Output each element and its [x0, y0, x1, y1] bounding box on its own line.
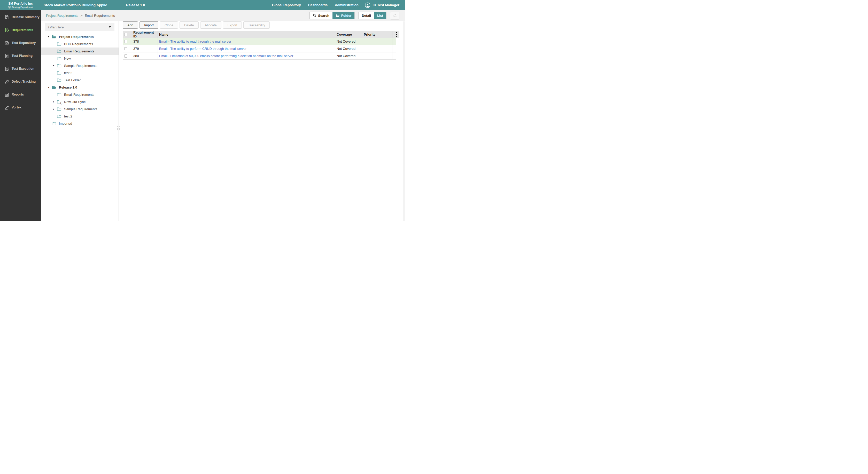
folder-icon [57, 93, 61, 97]
search-toggle-label: Search [318, 14, 329, 18]
column-options-kebab-icon[interactable] [396, 32, 397, 37]
tree-node-label: Test Folder [64, 78, 81, 82]
column-header-requirement-id[interactable]: Requirement ID [131, 31, 158, 38]
sidebar-item-test-execution[interactable]: Test Execution [0, 62, 41, 75]
export-button: Export [223, 22, 242, 29]
requirements-list-panel: AddImportCloneDeleteAllocateExportTracea… [119, 21, 405, 221]
coverage-value: Not Covered [335, 38, 362, 45]
nav-global-repository[interactable]: Global Repository [272, 3, 301, 7]
requirement-name-link[interactable]: Email - Limitation of 50,000 emails befo… [159, 54, 293, 58]
list-toggle-label: List [377, 14, 383, 18]
sidebar-item-defect-tracking[interactable]: Defect Tracking [0, 75, 41, 88]
user-avatar-icon[interactable] [365, 2, 370, 8]
sidebar-item-release-summary[interactable]: Release Summary [0, 10, 41, 24]
add-button[interactable]: Add [123, 22, 138, 29]
tree-node-project-requirements[interactable]: ▾Project Requirements [41, 33, 119, 40]
folder-icon [57, 64, 61, 68]
row-checkbox[interactable] [124, 40, 127, 43]
tree-filter-input[interactable] [48, 25, 108, 29]
tree-node-email-requirements[interactable]: Email Requirements [41, 91, 119, 98]
folder-open-icon [52, 86, 56, 89]
scrollbar-track[interactable] [403, 22, 405, 221]
search-icon [313, 14, 316, 17]
sidebar-item-label: Test Execution [11, 67, 34, 70]
tree-node-label: New Jira Sync [64, 100, 86, 104]
tree-node-bdd-requirements[interactable]: BDD Requirements [41, 40, 119, 47]
priority-value [362, 38, 393, 45]
actions-toolbar: AddImportCloneDeleteAllocateExportTracea… [123, 22, 405, 29]
folder-sync-icon: ↻ [57, 100, 61, 104]
sidebar-item-label: Release Summary [11, 15, 39, 19]
delete-button: Delete [180, 22, 199, 29]
tree-node-label: Project Requirements [59, 35, 94, 39]
breadcrumb-current: Email Requirements [85, 14, 115, 18]
tree-node-sample-requirements[interactable]: ▸Sample Requirements [41, 105, 119, 112]
priority-value [362, 53, 393, 59]
column-header-priority[interactable]: Priority [362, 31, 393, 38]
requirement-id: 378 [131, 38, 158, 45]
tree-expand-right-icon[interactable]: ▸ [53, 64, 57, 67]
nav-administration[interactable]: Administration [335, 3, 359, 7]
tree-node-imported[interactable]: Imported [41, 120, 119, 127]
tree-node-release-1-0[interactable]: ▾Release 1.0 [41, 83, 119, 91]
tree-node-test-folder[interactable]: Test Folder [41, 76, 119, 83]
top-nav: Global Repository Dashboards Administrat… [265, 2, 405, 8]
project-selector[interactable]: Stock Market Portfolio Building Applic..… [44, 3, 110, 7]
test-planning-icon [4, 53, 9, 58]
allocate-button: Allocate [200, 22, 221, 29]
tree-node-test-2[interactable]: test 2 [41, 112, 119, 120]
requirement-name-link[interactable]: Email - The ability to read through the … [159, 39, 231, 43]
tree-node-new-jira-sync[interactable]: ▸↻New Jira Sync [41, 98, 119, 105]
filter-funnel-icon[interactable] [108, 25, 112, 29]
sidebar-item-vortex[interactable]: Vortex [0, 101, 41, 114]
content-area: Project Requirements > Email Requirement… [41, 10, 405, 221]
row-checkbox[interactable] [124, 47, 127, 50]
bell-icon [393, 13, 397, 18]
test-execution-icon [4, 66, 9, 71]
breadcrumb-parent[interactable]: Project Requirements [46, 14, 78, 18]
detail-toggle-button[interactable]: Detail [359, 12, 374, 19]
tree-expand-down-icon[interactable]: ▾ [48, 86, 52, 89]
search-toggle-button[interactable]: Search [310, 12, 332, 19]
folder-toggle-label: Folder [341, 14, 351, 18]
requirement-name-link[interactable]: Email - The ability to perform CRUD thro… [159, 47, 246, 50]
tree-node-sample-requirements[interactable]: ▸Sample Requirements [41, 62, 119, 69]
notifications-button[interactable] [390, 12, 399, 20]
tree-node-new[interactable]: New [41, 55, 119, 62]
tree-expand-right-icon[interactable]: ▸ [53, 100, 57, 103]
import-button[interactable]: Import [140, 22, 158, 29]
tree-filter-box [45, 23, 115, 31]
sidebar-item-label: Reports [11, 93, 24, 96]
column-header-coverage[interactable]: Coverage [335, 31, 362, 38]
requirements-icon [4, 27, 9, 33]
sidebar-item-requirements[interactable]: Requirements [0, 24, 41, 36]
defect-tracking-icon [4, 79, 9, 84]
sidebar-item-test-repository[interactable]: Test Repository [0, 36, 41, 49]
release-summary-icon [4, 14, 9, 20]
row-checkbox[interactable] [124, 55, 127, 58]
list-toggle-button[interactable]: List [374, 12, 386, 19]
user-greeting[interactable]: HiTest Manager [373, 3, 399, 7]
greeting-word: Hi [373, 3, 376, 7]
column-header-name[interactable]: Name [158, 31, 335, 38]
tree-node-test-2[interactable]: test 2 [41, 69, 119, 76]
release-selector[interactable]: Release 1.0 [126, 3, 145, 7]
brand-block[interactable]: SM Portfolio Inc QA Testing Department [0, 0, 41, 10]
requirement-id: 380 [131, 53, 158, 59]
tree-node-email-requirements[interactable]: Email Requirements [41, 47, 119, 55]
search-folder-toggle: Search Folder [309, 12, 355, 20]
sidebar-item-reports[interactable]: Reports [0, 88, 41, 101]
folder-tree: ▾Project RequirementsBDD RequirementsEma… [41, 33, 119, 127]
select-all-checkbox[interactable] [124, 33, 127, 36]
sidebar-item-test-planning[interactable]: Test Planning [0, 49, 41, 62]
folder-toggle-button[interactable]: Folder [333, 12, 355, 19]
folder-icon [57, 49, 61, 53]
panel-resize-handle[interactable] [117, 126, 121, 131]
tree-node-label: test 2 [64, 71, 72, 75]
vortex-icon [4, 105, 9, 110]
tree-node-label: New [64, 57, 71, 60]
tree-expand-down-icon[interactable]: ▾ [48, 35, 52, 38]
tree-expand-right-icon[interactable]: ▸ [53, 108, 57, 110]
requirements-table: Requirement ID Name Coverage Priority 37… [123, 31, 399, 60]
nav-dashboards[interactable]: Dashboards [308, 3, 328, 7]
